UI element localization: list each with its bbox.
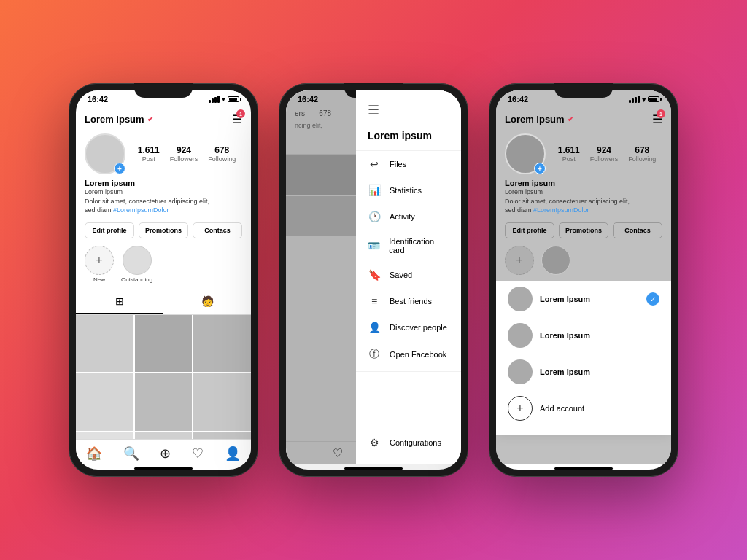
- photo-7: [76, 432, 133, 439]
- home-nav-1[interactable]: 🏠: [86, 446, 102, 462]
- menu-item-facebook[interactable]: ⓕ Open Facebook: [356, 341, 461, 368]
- menu-overlay: ☰ Lorem ipsum ↩ Files 📊 Statistics 🕐: [286, 90, 461, 464]
- menu-button-3[interactable]: ☰ 1: [652, 112, 662, 126]
- person-icon-1: 🧑: [201, 295, 214, 307]
- avatar-3: +: [505, 133, 546, 174]
- menu-panel: ☰ Lorem ipsum ↩ Files 📊 Statistics 🕐: [356, 90, 461, 464]
- stats-items-1: 1.611 Post 924 Followers 678 Following: [131, 145, 242, 163]
- heart-nav-1[interactable]: ♡: [192, 446, 204, 462]
- phones-container: 16:42 ▾ Lorem ipsum ✔: [69, 83, 678, 477]
- menu-separator: [356, 371, 461, 372]
- profile-header-1: Lorem ipsum ✔ ☰ 1: [76, 106, 251, 131]
- contacts-btn-3[interactable]: Contacs: [613, 222, 662, 238]
- account-avatar-3: [508, 359, 533, 384]
- photo-2: [135, 315, 193, 373]
- menu-item-id-card[interactable]: 🪪 Identification card: [356, 230, 461, 262]
- account-avatar-2: [508, 323, 533, 348]
- stat-posts-3: 1.611 Post: [558, 145, 580, 163]
- menu-item-configurations[interactable]: ⚙ Configurations: [356, 429, 461, 456]
- account-item-2[interactable]: Lorem Ipsum: [496, 317, 671, 354]
- menu-item-best-friends[interactable]: ≡ Best friends: [356, 288, 461, 314]
- home-indicator-2: [344, 467, 403, 470]
- menu-item-statistics[interactable]: 📊 Statistics: [356, 177, 461, 203]
- edit-profile-btn-3[interactable]: Edit profile: [505, 222, 554, 238]
- action-buttons-1: Edit profile Promotions Contacs: [76, 218, 251, 243]
- stats-items-3: 1.611 Post 924 Followers 678 Following: [551, 145, 662, 163]
- phone-3: 16:42 ▾ Lorem ip: [489, 83, 678, 477]
- stats-row-3: + 1.611 Post 924 Followers 678: [496, 131, 671, 177]
- menu-item-files[interactable]: ↩ Files: [356, 151, 461, 177]
- phone-2-screen: 16:42 ▾ ers 678: [286, 90, 461, 470]
- add-nav-1[interactable]: ⊕: [160, 446, 171, 462]
- search-nav-1[interactable]: 🔍: [123, 446, 139, 462]
- new-story-1[interactable]: + New: [85, 246, 114, 283]
- stat-following-1: 678 Following: [208, 145, 236, 163]
- stats-row-1: + 1.611 Post 924 Followers 678 Following: [76, 131, 251, 177]
- discover-people-icon: 👤: [368, 322, 381, 333]
- menu-item-activity[interactable]: 🕐 Activity: [356, 203, 461, 230]
- avatar-add-btn-1[interactable]: +: [114, 163, 125, 174]
- photo-9: [193, 432, 251, 439]
- username-3: Lorem ipsum ✔: [505, 114, 573, 125]
- bottom-nav-1: 🏠 🔍 ⊕ ♡ 👤: [76, 439, 251, 464]
- account-item-3[interactable]: Lorem Ipsum: [496, 354, 671, 390]
- menu-username: Lorem ipsum: [356, 127, 461, 151]
- menu-item-saved[interactable]: 🔖 Saved: [356, 262, 461, 288]
- photo-4: [76, 373, 133, 431]
- tab-profile-1[interactable]: 🧑: [163, 289, 251, 314]
- promotions-btn-1[interactable]: Promotions: [139, 222, 188, 238]
- photo-grid-1: [76, 315, 251, 439]
- avatar-add-btn-3[interactable]: +: [534, 163, 546, 174]
- photo-1: [76, 315, 133, 373]
- home-indicator-1: [134, 467, 193, 470]
- profile-nav-1[interactable]: 👤: [225, 446, 241, 462]
- stat-posts-1: 1.611 Post: [138, 145, 160, 163]
- phone-1-screen: 16:42 ▾ Lorem ipsum ✔: [76, 90, 251, 470]
- promotions-btn-3[interactable]: Promotions: [559, 222, 608, 238]
- activity-icon: 🕐: [368, 211, 381, 222]
- action-buttons-3: Edit profile Promotions Contacs: [496, 218, 671, 243]
- outstanding-story-1[interactable]: Outstanding: [121, 246, 152, 283]
- notch-1: [134, 83, 193, 98]
- status-icons-1: ▾: [209, 96, 239, 103]
- tab-grid-1[interactable]: ⊞: [76, 289, 163, 314]
- menu-item-discover[interactable]: 👤 Discover people: [356, 314, 461, 341]
- stat-followers-3: 924 Followers: [590, 145, 619, 163]
- bio-section-3: Lorem ipsum Lorem ipsum Dolor sit amet, …: [496, 177, 671, 218]
- best-friends-icon: ≡: [368, 295, 381, 307]
- verified-icon-3: ✔: [568, 115, 573, 123]
- outstanding-story-3[interactable]: [541, 246, 570, 275]
- grid-icon-1: ⊞: [115, 295, 124, 307]
- notch-3: [554, 83, 613, 98]
- new-story-3[interactable]: +: [505, 246, 534, 275]
- avatar-1: +: [85, 133, 125, 174]
- profile-header-3: Lorem ipsum ✔ ☰ 1: [496, 106, 671, 131]
- time-1: 16:42: [88, 95, 108, 104]
- bio-section-1: Lorem ipsum Lorem ipsum Dolor sit amet, …: [76, 177, 251, 218]
- account-avatar-1: [508, 287, 533, 311]
- menu-hamburger[interactable]: ☰: [356, 99, 461, 127]
- verified-icon-1: ✔: [147, 115, 153, 123]
- facebook-icon: ⓕ: [368, 348, 381, 361]
- phone-1: 16:42 ▾ Lorem ipsum ✔: [69, 83, 258, 477]
- photo-3: [193, 315, 251, 373]
- wifi-icon-1: ▾: [222, 96, 225, 103]
- account-check-1: ✓: [646, 292, 659, 306]
- battery-1: [228, 96, 239, 102]
- home-indicator-3: [554, 467, 613, 470]
- phone-2: 16:42 ▾ ers 678: [279, 83, 468, 477]
- saved-icon: 🔖: [368, 269, 381, 281]
- stat-followers-1: 924 Followers: [170, 145, 198, 163]
- status-icons-3: ▾: [629, 96, 659, 104]
- photo-8: [135, 432, 193, 439]
- files-icon: ↩: [368, 158, 381, 170]
- menu-button-1[interactable]: ☰ 1: [232, 112, 242, 126]
- account-item-1[interactable]: Lorem Ipsum ✓: [496, 281, 671, 317]
- contacts-btn-1[interactable]: Contacs: [193, 222, 242, 238]
- configurations-icon: ⚙: [368, 437, 381, 448]
- add-account-item[interactable]: + Add account: [496, 390, 671, 427]
- edit-profile-btn-1[interactable]: Edit profile: [85, 222, 134, 238]
- id-card-icon: 🪪: [368, 240, 380, 252]
- menu-dim[interactable]: [286, 90, 356, 464]
- username-1: Lorem ipsum ✔: [85, 114, 153, 125]
